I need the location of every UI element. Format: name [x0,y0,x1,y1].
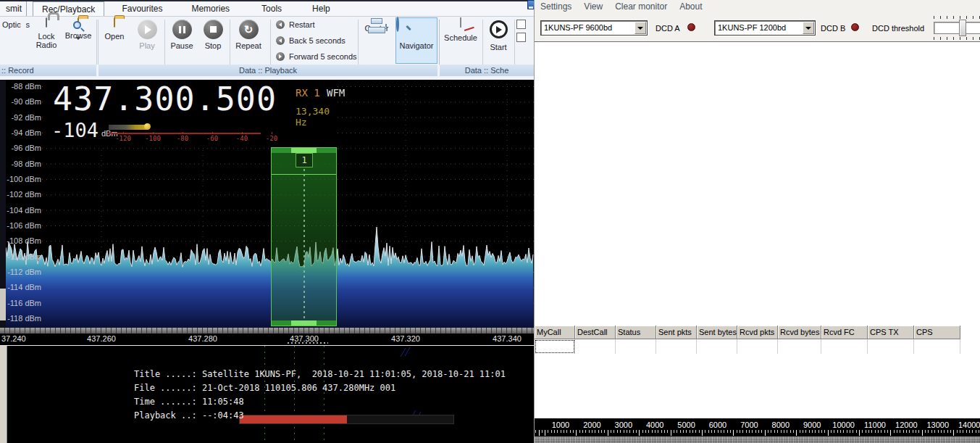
column-header-status[interactable]: Status [616,326,656,339]
band-center-line [303,154,305,326]
filter-band[interactable] [271,147,337,326]
scale-number: 3000 [608,421,640,429]
column-header-sent-bytes[interactable]: Sent bytes [697,326,737,339]
modem-menubar: SettingsViewClear monitorAbout [535,0,980,13]
playback-info: Title .....: Satellite 1KUNS-PF, 2018-10… [134,368,506,423]
restart-label: Restart [289,20,314,29]
s-meter-dot [144,123,151,130]
pause-label: Pause [167,41,197,50]
s-meter-scale-tick [153,132,154,134]
dbm-axis-label: -90 dBm [4,97,41,106]
scale-number: 6000 [702,421,734,429]
scale-number: 7000 [733,421,765,429]
modem-b-dropdown-button[interactable] [803,22,814,34]
start-button[interactable]: Start [484,18,513,51]
column-header-rcvd-pkts[interactable]: Rcvd pkts [737,326,778,339]
s-meter-scale-number: -80 [171,135,194,142]
modem-a-select[interactable]: 1KUNS-PF 9600bd [540,20,648,36]
navigator-magnifier-icon [396,17,399,32]
lock-radio-button[interactable]: Lock Radio [33,18,59,49]
back5-button[interactable]: Back 5 seconds [276,36,345,46]
dbm-axis-label: -114 dBm [4,283,41,291]
browse-button[interactable]: Browse [62,18,95,49]
modem-b-select[interactable]: 1KUNS-PF 1200bd [714,20,816,36]
column-header-destcall[interactable]: DestCall [575,326,616,339]
open-button[interactable]: Open [100,18,129,41]
modem-a-dropdown-button[interactable] [635,22,646,34]
table-cell-sent-bytes[interactable] [697,339,737,354]
marker-1-badge[interactable]: 1 [296,153,313,167]
menu-settings[interactable]: Settings [540,1,571,12]
forward5-button[interactable]: Forward 5 seconds [276,51,357,62]
rx-label: RX 1 [296,87,320,99]
repeat-button[interactable]: ↻ Repeat [233,18,264,50]
options-button[interactable]: Options [0,18,32,29]
s-meter-scale-number: -40 [230,135,254,142]
frequency-readout[interactable]: 437.300.500 [53,80,277,118]
checkbox-1[interactable] [516,20,526,29]
table-cell-destcall[interactable] [575,339,616,354]
menu-view[interactable]: View [584,1,603,12]
tab-smit[interactable]: smit [1,1,27,16]
back-5-icon [276,36,285,45]
schedule-label: Schedule [442,33,479,42]
tab-memories[interactable]: Memories [187,1,234,16]
dcd-threshold-slider-thumb[interactable] [959,20,966,36]
ribbon: Options Lock Radio Browse Open Play Paus… [0,16,534,80]
scale-major-ticks [535,430,980,436]
frequency-axis-label: 437.260 [80,334,123,343]
column-header-sent-pkts[interactable]: Sent pkts [656,326,697,339]
pause-button[interactable]: Pause [167,18,197,50]
s-meter-scale-tick [242,132,243,134]
dbm-axis-label: -116 dBm [4,299,41,307]
tab-favourites[interactable]: Favourites [117,1,167,16]
band-top-handle[interactable] [272,148,336,153]
slider-ticks-bottom [934,37,980,40]
table-cell-cps[interactable] [914,339,960,354]
scale-number: 8000 [765,421,797,429]
options-label: Options [0,20,32,29]
scale-number: 9000 [796,421,828,429]
table-cell-status[interactable] [616,339,656,354]
table-cell-sent-pkts[interactable] [656,339,697,354]
stats-table: MyCallDestCallStatusSent pktsSent bytesR… [535,326,980,355]
tab-rec-playback[interactable]: Rec/Playback [33,1,104,16]
column-header-cps-tx[interactable]: CPS TX [868,326,914,339]
playback-info-line: Time ......: 11:05:48 [134,395,506,409]
tab-tools[interactable]: Tools [257,1,286,16]
s-meter-baseline [107,133,261,134]
play-button[interactable]: Play [133,18,161,50]
table-cell-rcvd-pkts[interactable] [737,339,778,354]
restart-button[interactable]: Restart [276,20,314,30]
tab-help[interactable]: Help [308,1,335,16]
s-meter-scale-number: -60 [201,135,224,142]
table-cell-mycall[interactable] [535,339,575,354]
table-cell-rcvd-bytes[interactable] [778,339,821,354]
modem-b-value: 1KUNS-PF 1200bd [718,23,786,32]
menu-about[interactable]: About [679,1,702,12]
open-label: Open [100,32,129,41]
s-meter-scale-number: -100 [141,135,164,142]
navigator-button[interactable]: Navigator [395,17,437,64]
schedule-button[interactable]: Schedule [442,18,479,42]
s-meter-scale-tick [183,132,183,134]
center-button[interactable]: Center [361,18,393,33]
column-header-cps[interactable]: CPS [914,326,960,339]
repeat-label: Repeat [233,41,264,50]
column-header-rcvd-fc[interactable]: Rcvd FC [821,326,868,339]
table-cell-rcvd-fc[interactable] [821,339,868,354]
spectrum-display[interactable]: -88 dBm-90 dBm-92 dBm-94 dBm-96 dBm-98 d… [0,80,534,328]
table-cell-cps-tx[interactable] [868,339,914,354]
checkbox-2[interactable] [516,33,526,42]
menu-clear-monitor[interactable]: Clear monitor [615,1,667,12]
column-header-rcvd-bytes[interactable]: Rcvd bytes [778,326,821,339]
stop-button[interactable]: Stop [200,18,226,50]
start-icon [490,20,508,38]
forward-5-icon [276,52,285,61]
dbm-axis-label: -88 dBm [4,82,41,91]
dcd-b-indicator [851,23,859,31]
dcd-threshold-slider[interactable] [934,22,980,34]
column-header-mycall[interactable]: MyCall [535,326,575,339]
window-edge-strip [0,346,7,443]
restart-icon [276,20,285,29]
